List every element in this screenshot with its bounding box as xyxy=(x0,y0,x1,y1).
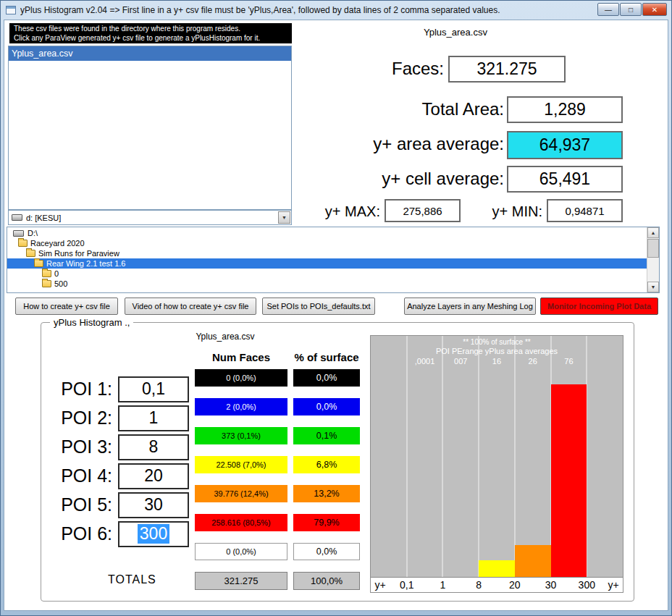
folder-icon xyxy=(42,280,51,287)
titlebar[interactable]: yPlus Histogram v2.04 => First line in a… xyxy=(1,1,671,20)
percent-surface-header: % of surface xyxy=(289,351,364,363)
poi-input-5[interactable]: 30 xyxy=(118,492,189,518)
totals-num-faces: 321.275 xyxy=(195,572,287,590)
axis-label: y+ xyxy=(608,579,618,591)
toolbar-button-5[interactable]: Monitor Incoming Plot Data xyxy=(540,298,658,315)
chart-gridline xyxy=(514,336,516,577)
file-listbox[interactable]: Yplus_area.csv xyxy=(8,46,292,210)
faces-value-box: 321.275 xyxy=(448,56,566,83)
directory-tree-items: D:\Raceyard 2020Sim Runs for ParaviewRea… xyxy=(7,228,647,292)
close-button[interactable]: ✕ xyxy=(642,3,667,16)
toolbar-button-1[interactable]: How to create y+ csv file xyxy=(15,298,118,315)
poi-input-3[interactable]: 8 xyxy=(118,434,189,460)
poi-label: POI 4: xyxy=(43,465,112,486)
num-faces-bar: 258.616 (80,5%) xyxy=(195,514,287,531)
tree-item[interactable]: Raceyard 2020 xyxy=(7,238,647,248)
poi-label: POI 1: xyxy=(43,379,112,400)
percent-bar: 0,0% xyxy=(293,398,360,415)
chart-bar xyxy=(479,560,515,577)
range-average-label: 16 xyxy=(479,357,515,366)
groupbox-title: yPlus Histogram ., xyxy=(50,317,133,328)
tree-item-label: Raceyard 2020 xyxy=(30,239,85,248)
percent-bar: 0,1% xyxy=(293,427,360,444)
poi-label: POI 3: xyxy=(43,436,112,457)
folder-icon xyxy=(18,240,28,247)
file-list-item[interactable]: Yplus_area.csv xyxy=(9,46,291,61)
folder-icon xyxy=(34,260,43,267)
poi-input-4[interactable]: 20 xyxy=(118,463,189,489)
minimize-button[interactable]: — xyxy=(597,3,619,16)
histogram-row: 39.776 (12,4%)13,2% xyxy=(195,485,360,502)
bar-gap xyxy=(287,514,293,531)
scrollbar-thumb[interactable] xyxy=(647,239,659,258)
poi-input-2[interactable]: 1 xyxy=(118,405,189,431)
axis-label: 0,1 xyxy=(400,579,413,591)
poi-row: POI 4:20 xyxy=(43,463,189,489)
poi-row: POI 3:8 xyxy=(43,434,189,460)
poi-row: POI 5:30 xyxy=(43,491,189,518)
poi-row: POI 6:300 xyxy=(43,520,189,547)
chart-bar xyxy=(515,545,551,577)
scroll-up-icon[interactable]: ▲ xyxy=(647,227,659,238)
chart-gridline xyxy=(478,336,479,577)
tree-item[interactable]: 0 xyxy=(7,269,647,279)
bar-gap xyxy=(287,427,293,444)
chart-title: ** 100% of surface ** xyxy=(371,338,623,346)
toolbar-button-4[interactable]: Analyze Layers in any Meshing Log xyxy=(404,298,536,315)
percent-bar: 13,2% xyxy=(293,485,360,502)
poi-value: 0,1 xyxy=(142,379,165,399)
tree-item[interactable]: Sim Runs for Paraview xyxy=(7,248,647,258)
yplus-min-label: y+ MIN: xyxy=(464,203,542,220)
folder-icon xyxy=(42,270,51,277)
percent-bar: 0,0% xyxy=(293,543,360,560)
drive-combobox[interactable]: d: [KESU] ▼ xyxy=(8,210,292,225)
range-average-label: 76 xyxy=(551,357,587,366)
num-faces-bar: 2 (0,0%) xyxy=(195,398,287,415)
percent-bar: 0,0% xyxy=(293,369,360,387)
poi-value: 20 xyxy=(144,466,163,486)
range-average-label: 26 xyxy=(515,357,551,366)
poi-input-6[interactable]: 300 xyxy=(118,521,189,547)
bar-gap xyxy=(287,485,293,502)
poi-value: 30 xyxy=(144,495,163,515)
histogram-row: 258.616 (80,5%)79,9% xyxy=(195,514,360,531)
percent-bar: 79,9% xyxy=(293,514,360,531)
maximize-button[interactable]: □ xyxy=(620,3,642,16)
yplus-min-value-box: 0,94871 xyxy=(547,199,623,222)
totals-gap xyxy=(287,572,293,590)
drive-combo-value: d: [KESU] xyxy=(26,214,278,222)
num-faces-bar: 0 (0,0%) xyxy=(195,543,287,560)
poi-row: POI 1:0,1 xyxy=(43,376,189,402)
poi-label: POI 2: xyxy=(43,408,112,429)
yplus-max-value: 275,886 xyxy=(403,205,442,217)
combo-dropdown-button[interactable]: ▼ xyxy=(278,211,290,224)
histogram-row: 0 (0,0%)0,0% xyxy=(195,369,360,387)
tree-item-label: D:\ xyxy=(28,229,38,237)
num-faces-bar: 373 (0,1%) xyxy=(195,427,287,444)
range-average-label: ,0001 xyxy=(407,357,443,366)
current-file-label: Yplus_area.csv xyxy=(383,27,528,38)
poi-value: 300 xyxy=(138,524,169,544)
chevron-down-icon: ▼ xyxy=(282,215,287,220)
tree-item[interactable]: D:\ xyxy=(7,228,647,238)
chart-subtitle: POI PErange yPlus area averages xyxy=(371,347,623,355)
tree-item[interactable]: 500 xyxy=(7,279,647,289)
num-faces-header: Num Faces xyxy=(195,351,287,363)
tree-item[interactable]: Rear Wing 2.1 test 1.6 xyxy=(7,258,647,269)
tree-scrollbar[interactable]: ▲ ▼ xyxy=(647,227,659,292)
toolbar-button-3[interactable]: Set POIs to POIs_defaults.txt xyxy=(262,298,375,315)
scroll-down-icon[interactable]: ▼ xyxy=(647,282,659,292)
total-area-label: Total Area: xyxy=(327,99,504,119)
axis-label: 20 xyxy=(509,579,521,591)
window-controls: — □ ✕ xyxy=(597,3,667,16)
histogram-chart: ** 100% of surface **POI PErange yPlus a… xyxy=(370,335,623,593)
total-area-value-box: 1,289 xyxy=(507,96,623,123)
faces-value: 321.275 xyxy=(476,59,537,79)
poi-input-1[interactable]: 0,1 xyxy=(118,376,189,402)
toolbar-button-2[interactable]: Video of how to create y+ csv file xyxy=(125,298,256,315)
app-icon xyxy=(6,6,16,14)
directory-tree[interactable]: D:\Raceyard 2020Sim Runs for ParaviewRea… xyxy=(7,227,660,293)
drive-icon xyxy=(13,230,24,237)
info-line-1: These csv files were found in the direct… xyxy=(14,24,292,33)
window-title: yPlus Histogram v2.04 => First line in a… xyxy=(20,5,500,15)
